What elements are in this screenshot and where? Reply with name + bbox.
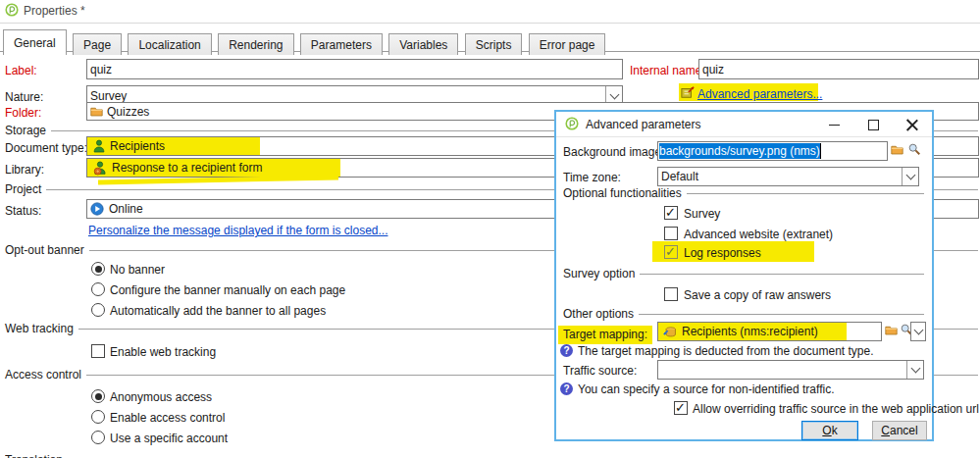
checkbox-save-raw-answers-label: Save a copy of raw answers (684, 288, 831, 302)
library-form-icon (93, 161, 107, 176)
dialog-app-logo-icon (565, 117, 579, 130)
nature-label: Nature: (5, 90, 43, 104)
library-label: Library: (5, 163, 44, 177)
time-zone-dropdown-button[interactable] (902, 168, 918, 185)
radio-no-banner[interactable] (91, 262, 105, 276)
internal-name-input[interactable]: quiz (698, 59, 979, 79)
chevron-down-icon (905, 171, 915, 180)
document-type-value: Recipients (110, 139, 165, 153)
checkbox-save-raw-answers[interactable] (664, 287, 678, 301)
clipped-section-heading: Translation (5, 453, 63, 458)
app-logo-icon (5, 3, 19, 17)
checkbox-enable-web-tracking-label: Enable web tracking (110, 345, 216, 359)
background-image-value: backgrounds/survey.png (nms) (659, 143, 821, 159)
checkbox-allow-override-label: Allow overriding traffic source in the w… (693, 402, 979, 416)
minimize-icon[interactable] (829, 125, 840, 126)
section-survey-option-heading: Survey option (563, 267, 635, 280)
nature-value: Survey (90, 89, 127, 103)
target-mapping-field[interactable]: Recipients (nms:recipient) (657, 322, 882, 341)
radio-anonymous-access[interactable] (91, 389, 105, 403)
traffic-source-select[interactable] (657, 360, 924, 380)
radio-specific-account[interactable] (91, 431, 105, 444)
checkbox-survey-label: Survey (684, 207, 720, 221)
folder-value: Quizzes (107, 105, 149, 119)
ok-button[interactable]: Ok (801, 421, 858, 440)
document-type-label: Document type: (5, 141, 87, 155)
checkbox-advanced-website[interactable] (664, 227, 678, 240)
advanced-parameters-link[interactable]: Advanced parameters... (697, 87, 822, 101)
background-image-folder-icon[interactable] (891, 144, 903, 155)
radio-banner-all-pages[interactable] (91, 303, 105, 317)
time-zone-select[interactable]: Default (657, 167, 919, 186)
checkbox-allow-override-traffic-source[interactable] (674, 401, 688, 415)
properties-window: Properties * General Page Localization R… (0, 0, 980, 458)
tab-general[interactable]: General (3, 29, 67, 55)
close-icon[interactable] (906, 119, 918, 130)
cancel-button[interactable]: Cancel (872, 421, 927, 440)
section-survey-option: Survey option (563, 267, 924, 280)
radio-specific-account-label: Use a specific account (110, 432, 228, 445)
online-status-icon (90, 202, 104, 216)
status-label: Status: (5, 204, 41, 218)
checkbox-enable-web-tracking[interactable] (91, 344, 105, 358)
section-access-control-heading: Access control (5, 368, 81, 382)
recipient-person-icon (93, 139, 105, 153)
advanced-parameters-icon[interactable] (681, 85, 695, 99)
tab-localization[interactable]: Localization (128, 33, 211, 55)
radio-banner-manual[interactable] (91, 282, 105, 296)
tab-rendering[interactable]: Rendering (218, 33, 293, 55)
section-other-options: Other options (563, 307, 924, 321)
radio-no-banner-label: No banner (110, 263, 165, 277)
checkbox-survey[interactable] (664, 206, 678, 220)
section-web-tracking-heading: Web tracking (5, 322, 74, 335)
section-storage-heading: Storage (5, 124, 46, 137)
tab-error-page[interactable]: Error page (529, 33, 606, 55)
target-mapping-dropdown-button[interactable] (910, 322, 926, 341)
dialog-title-bar[interactable]: Advanced parameters (556, 112, 932, 137)
time-zone-label: Time zone: (563, 171, 621, 184)
label-field-label: Label: (5, 64, 37, 77)
radio-enable-access-control-label: Enable access control (110, 411, 225, 425)
closed-message-link[interactable]: Personalize the message displayed if the… (88, 224, 387, 237)
folder-icon (90, 106, 103, 117)
background-image-magnifier-icon[interactable] (907, 142, 921, 156)
section-optout-heading: Opt-out banner (5, 243, 84, 257)
section-optional-functionalities-heading: Optional functionalities (563, 186, 682, 200)
target-mapping-hint: The target mapping is deducted from the … (578, 344, 874, 358)
traffic-source-dropdown-button[interactable] (906, 361, 923, 379)
section-other-options-heading: Other options (563, 307, 634, 321)
radio-banner-all-pages-label: Automatically add the banner to all page… (110, 304, 326, 318)
background-image-label: Background image: (563, 145, 664, 159)
radio-enable-access-control[interactable] (91, 410, 105, 424)
tab-parameters[interactable]: Parameters (300, 33, 383, 55)
target-mapping-folder-icon[interactable] (885, 325, 898, 335)
radio-anonymous-access-label: Anonymous access (110, 390, 212, 404)
tab-scripts[interactable]: Scripts (465, 33, 523, 55)
checkbox-advanced-website-label: Advanced website (extranet) (684, 228, 833, 241)
checkbox-log-responses-label: Log responses (684, 246, 761, 260)
checkbox-log-responses[interactable] (664, 245, 678, 259)
radio-banner-manual-label: Configure the banner manually on each pa… (110, 283, 345, 297)
target-mapping-value: Recipients (nms:recipient) (682, 325, 818, 338)
tab-page[interactable]: Page (73, 33, 122, 55)
status-value: Online (109, 202, 143, 216)
chevron-down-icon (609, 89, 619, 99)
traffic-source-hint: You can specify a source for non-identif… (578, 382, 835, 396)
label-input[interactable]: quiz (86, 59, 623, 79)
section-project-heading: Project (5, 182, 41, 196)
target-mapping-highlight: Recipients (nms:recipient) (658, 323, 847, 340)
traffic-source-label: Traffic source: (563, 364, 637, 378)
help-icon (560, 344, 573, 357)
chevron-down-icon (910, 364, 920, 374)
window-title: Properties * (24, 4, 85, 18)
target-mapping-label: Target mapping: (558, 326, 652, 344)
tab-variables[interactable]: Variables (388, 33, 458, 55)
dialog-title: Advanced parameters (586, 118, 700, 131)
tab-bar: General Page Localization Rendering Para… (0, 29, 980, 52)
chevron-down-icon (913, 326, 923, 335)
label-input-value: quiz (90, 63, 112, 76)
background-image-input[interactable]: backgrounds/survey.png (nms) (657, 141, 888, 161)
library-value: Response to a recipient form (112, 161, 262, 175)
internal-name-value: quiz (702, 63, 724, 76)
maximize-icon[interactable] (868, 120, 879, 130)
